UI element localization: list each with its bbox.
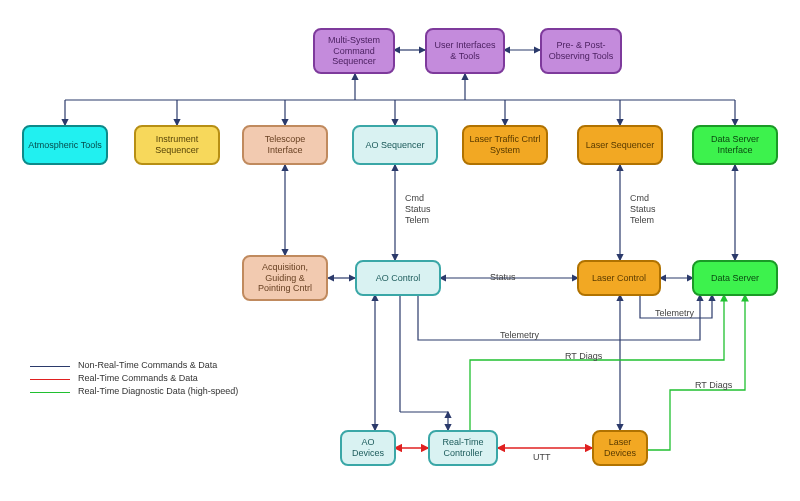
legend-swatch-navy (30, 366, 70, 367)
legend-row-green: Real-Time Diagnostic Data (high-speed) (30, 386, 260, 397)
edge-label-status: Status (490, 272, 516, 282)
box-acquisition-guiding-pointing: Acquisition, Guiding & Pointing Cntrl (242, 255, 328, 301)
box-label: Data Server Interface (698, 134, 772, 156)
edge-label-rt-diags-rtc: RT Diags (565, 351, 602, 361)
box-label: Instrument Sequencer (140, 134, 214, 156)
legend-row-red: Real-Time Commands & Data (30, 373, 260, 384)
box-laser-sequencer: Laser Sequencer (577, 125, 663, 165)
box-label: Multi-System Command Sequencer (319, 35, 389, 67)
box-label: Data Server (711, 273, 759, 284)
box-real-time-controller: Real-Time Controller (428, 430, 498, 466)
edge-label-telemetry-laser: Telemetry (655, 308, 694, 318)
box-multi-system-command-sequencer: Multi-System Command Sequencer (313, 28, 395, 74)
box-label: Atmospheric Tools (28, 140, 101, 151)
legend: Non-Real-Time Commands & Data Real-Time … (30, 360, 260, 398)
diagram-arrows (0, 0, 800, 501)
box-label: AO Sequencer (365, 140, 424, 151)
box-atmospheric-tools: Atmospheric Tools (22, 125, 108, 165)
box-label: AO Devices (346, 437, 390, 459)
edge-label-rt-diags-laser: RT Diags (695, 380, 732, 390)
legend-swatch-green (30, 392, 70, 393)
box-label: Real-Time Controller (434, 437, 492, 459)
legend-row-navy: Non-Real-Time Commands & Data (30, 360, 260, 371)
box-ao-control: AO Control (355, 260, 441, 296)
edge-label-utt: UTT (533, 452, 551, 462)
legend-text-navy: Non-Real-Time Commands & Data (78, 360, 260, 371)
box-data-server: Data Server (692, 260, 778, 296)
box-laser-devices: Laser Devices (592, 430, 648, 466)
box-pre-post-observing-tools: Pre- & Post-Observing Tools (540, 28, 622, 74)
box-label: User Interfaces & Tools (431, 40, 499, 62)
legend-text-red: Real-Time Commands & Data (78, 373, 260, 384)
box-instrument-sequencer: Instrument Sequencer (134, 125, 220, 165)
box-user-interfaces-tools: User Interfaces & Tools (425, 28, 505, 74)
box-laser-traffic-control-system: Laser Traffic Cntrl System (462, 125, 548, 165)
box-data-server-interface: Data Server Interface (692, 125, 778, 165)
box-label: Acquisition, Guiding & Pointing Cntrl (248, 262, 322, 294)
edge-label-cmd-status-telem-ao: Cmd Status Telem (405, 193, 445, 225)
box-label: Laser Sequencer (586, 140, 655, 151)
box-laser-control: Laser Control (577, 260, 661, 296)
box-ao-devices: AO Devices (340, 430, 396, 466)
legend-text-green: Real-Time Diagnostic Data (high-speed) (78, 386, 260, 397)
box-label: Laser Control (592, 273, 646, 284)
box-label: Laser Devices (598, 437, 642, 459)
box-telescope-interface: Telescope Interface (242, 125, 328, 165)
box-label: Laser Traffic Cntrl System (468, 134, 542, 156)
box-ao-sequencer: AO Sequencer (352, 125, 438, 165)
box-label: Pre- & Post-Observing Tools (546, 40, 616, 62)
edge-label-telemetry-ao: Telemetry (500, 330, 539, 340)
legend-swatch-red (30, 379, 70, 380)
edge-label-cmd-status-telem-laser: Cmd Status Telem (630, 193, 670, 225)
box-label: Telescope Interface (248, 134, 322, 156)
box-label: AO Control (376, 273, 421, 284)
